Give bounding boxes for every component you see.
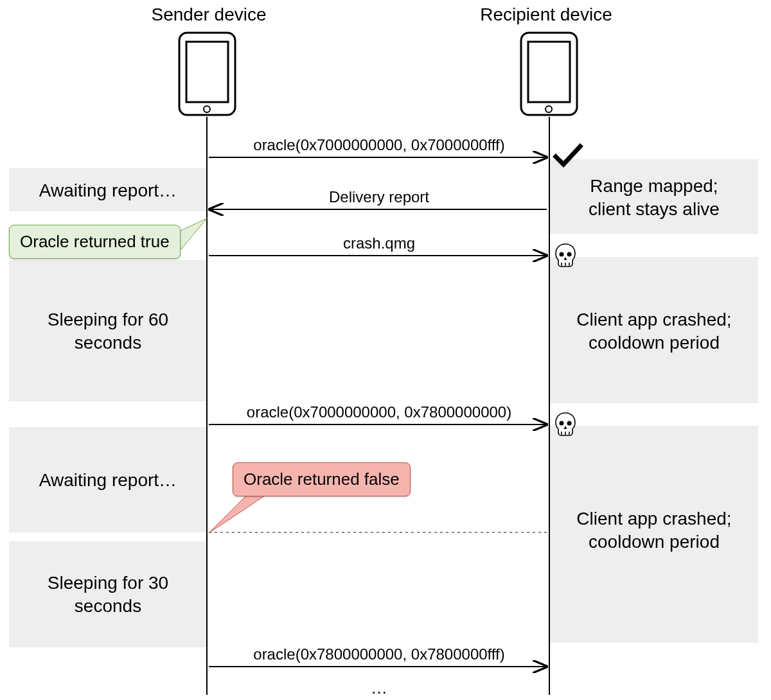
callout-oracle-true: Oracle returned true (9, 225, 181, 259)
recipient-state-crashed1: Client app crashed; cooldown period (550, 308, 758, 355)
sequence-diagram: Sender device Recipient device (0, 0, 771, 700)
sender-state-await1: Awaiting report… (9, 179, 207, 202)
continuation-dots: … (212, 678, 546, 698)
msg-delivery-report: Delivery report (212, 188, 546, 206)
svg-point-17 (560, 421, 564, 426)
msg-oracle1: oracle(0x7000000000, 0x7000000fff) (212, 136, 546, 154)
svg-point-18 (567, 421, 572, 426)
recipient-state-crashed2: Client app crashed; cooldown period (550, 507, 758, 554)
skull-icon (554, 243, 577, 268)
svg-point-13 (567, 252, 572, 257)
msg-oracle2: oracle(0x7000000000, 0x7800000000) (212, 403, 546, 421)
recipient-state-mapped: Range mapped; client stays alive (550, 175, 758, 222)
skull-icon (554, 412, 577, 437)
sender-state-await2: Awaiting report… (9, 469, 207, 492)
callout-oracle-false: Oracle returned false (233, 462, 411, 496)
sender-state-sleep30: Sleeping for 30 seconds (9, 572, 207, 618)
callout-tail-red (206, 494, 270, 539)
callout-text: Oracle returned false (244, 469, 400, 489)
svg-point-12 (560, 252, 564, 257)
msg-crash-qmg: crash.qmg (212, 234, 546, 252)
callout-text: Oracle returned true (20, 232, 170, 251)
sender-state-sleep60: Sleeping for 60 seconds (9, 308, 207, 355)
checkmark-icon (554, 143, 582, 168)
msg-oracle3: oracle(0x7800000000, 0x7800000fff) (212, 645, 546, 663)
